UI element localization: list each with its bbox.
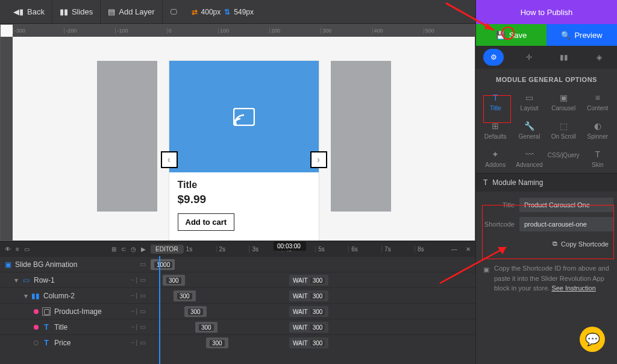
- timeline-row[interactable]: ▾ ▭ Row-1 →|▭ 300 WAIT300: [0, 272, 475, 287]
- slides-label: Slides: [72, 7, 93, 16]
- lock-icon[interactable]: ▭: [140, 339, 146, 347]
- ruler-mark: 400: [372, 28, 424, 34]
- eye-icon[interactable]: 👁: [5, 246, 11, 253]
- help-icon-small: ▣: [483, 265, 489, 275]
- slides-button[interactable]: ▮▮ Slides: [52, 0, 101, 24]
- option-layout[interactable]: ▭Layout: [512, 88, 546, 116]
- clock-icon[interactable]: ◷: [131, 246, 136, 253]
- lock-icon[interactable]: ▭: [140, 292, 146, 300]
- lock-icon[interactable]: ▭: [140, 323, 146, 331]
- visibility-bullet[interactable]: [34, 309, 39, 314]
- annotation-circle-save: [501, 27, 515, 40]
- how-label: How to Publish: [521, 8, 573, 17]
- option-spinner[interactable]: ◐Spinner: [581, 116, 615, 145]
- timeline-panel: 👁 ≡ ▭ ⊞ ⊂ ◷ ▶ EDITOR 1s 2s 3s 4s 5s 6s 7…: [0, 241, 475, 364]
- arrow-icon[interactable]: →|: [129, 292, 137, 300]
- anim-wait-chip[interactable]: WAIT300: [289, 275, 328, 286]
- anim-wait-chip[interactable]: WAIT300: [289, 322, 328, 333]
- help-text: ▣ Copy the Shortcode ID from above and p…: [476, 257, 617, 300]
- list-icon[interactable]: ≡: [16, 246, 19, 253]
- option-icon: ✦: [492, 149, 499, 159]
- how-to-publish-button[interactable]: How to Publish: [476, 0, 617, 24]
- slide-content: Title $9.99 Add to cart: [169, 172, 319, 240]
- magnet-icon[interactable]: ⊂: [121, 246, 126, 253]
- close-timeline-icon[interactable]: ✕: [461, 246, 475, 253]
- tab-settings[interactable]: ⚙: [483, 49, 504, 66]
- arrow-icon[interactable]: →|: [129, 339, 137, 347]
- module-naming-header[interactable]: T Module Naming: [476, 173, 617, 192]
- option-skin[interactable]: TSkin: [581, 145, 615, 173]
- tab-navigation[interactable]: ✢: [519, 49, 539, 66]
- anim-wait-chip[interactable]: WAIT300: [289, 306, 328, 317]
- visibility-bullet[interactable]: [34, 340, 39, 345]
- copy-icon[interactable]: ▭: [140, 260, 146, 268]
- add-layer-label: Add Layer: [119, 7, 154, 16]
- add-layer-button[interactable]: ▤ Add Layer: [101, 0, 162, 24]
- option-onscroll[interactable]: ⬚On Scroll: [547, 116, 581, 145]
- tab-layers[interactable]: ◈: [589, 49, 610, 66]
- image-layer-icon: ▢: [42, 307, 51, 316]
- anim-in-chip[interactable]: 300: [206, 337, 228, 348]
- arrow-icon[interactable]: →|: [129, 276, 137, 284]
- see-instruction-link[interactable]: See Instruction: [551, 284, 595, 292]
- ruler-horizontal: -300 -200 -100 0 100 200 300 400 500: [13, 25, 475, 37]
- carousel-prev-button[interactable]: ‹: [161, 151, 178, 168]
- grid-icon[interactable]: ⊞: [111, 246, 116, 253]
- option-cssjquery[interactable]: CSS/jQuery: [547, 145, 581, 173]
- anim-chip[interactable]: 1000: [151, 259, 175, 270]
- anim-wait-chip[interactable]: WAIT300: [289, 337, 328, 348]
- row-label: Slide BG Animation: [15, 260, 77, 269]
- lock-icon[interactable]: ▭: [140, 307, 146, 315]
- anim-wait-chip[interactable]: WAIT300: [289, 290, 328, 301]
- minimize-icon[interactable]: —: [448, 246, 461, 253]
- play-button[interactable]: ▶: [141, 246, 146, 253]
- timeline-row[interactable]: ▢ Product-Image →|▭ 300 WAIT300: [0, 303, 475, 319]
- timeline-row[interactable]: T Price →|▭ 300 WAIT300: [0, 334, 475, 350]
- folder-icon[interactable]: ▭: [24, 246, 30, 253]
- row-icon: ▭: [22, 276, 30, 284]
- tab-slides[interactable]: ▮▮: [554, 49, 574, 66]
- right-panel: How to Publish 💾 Save 🔍 Preview ⚙ ✢ ▮▮ ◈…: [475, 0, 617, 364]
- annotation-box-naming: [482, 205, 614, 259]
- option-content[interactable]: ≡Content: [581, 88, 615, 116]
- option-addons[interactable]: ✦Addons: [478, 145, 512, 173]
- add-to-cart-button[interactable]: Add to cart: [178, 213, 235, 231]
- height-value[interactable]: 549px: [234, 8, 254, 16]
- editor-mode-tag[interactable]: EDITOR: [151, 245, 183, 254]
- anim-in-chip[interactable]: 300: [184, 306, 207, 317]
- playhead-time[interactable]: 00:03:00: [274, 242, 306, 251]
- playhead-line[interactable]: [159, 256, 160, 364]
- device-desktop-button[interactable]: 🖵: [163, 0, 184, 24]
- arrow-icon[interactable]: →|: [129, 323, 137, 331]
- chevron-down-icon[interactable]: ▾: [24, 292, 28, 300]
- anim-in-chip[interactable]: 300: [195, 322, 218, 333]
- current-slide[interactable]: Title $9.99 Add to cart ‹ ›: [169, 61, 319, 240]
- product-price[interactable]: $9.99: [178, 193, 310, 206]
- chevron-down-icon[interactable]: ▾: [14, 276, 18, 284]
- time-mark: 6s: [348, 246, 381, 253]
- option-icon: ⬚: [560, 121, 568, 131]
- chat-fab[interactable]: 💬: [580, 327, 605, 352]
- product-image-placeholder[interactable]: [169, 61, 319, 172]
- timeline-row[interactable]: ▾ ▮▮ Column-2 →|▭ 300 WAIT300: [0, 287, 475, 303]
- anim-in-chip[interactable]: 300: [163, 275, 185, 286]
- back-label: Back: [27, 7, 45, 16]
- option-advanced[interactable]: 〰Advanced: [512, 145, 546, 173]
- anim-in-chip[interactable]: 300: [174, 290, 196, 301]
- width-value[interactable]: 400px: [201, 8, 221, 16]
- option-carousel[interactable]: ▣Carousel: [547, 88, 581, 116]
- back-button[interactable]: ◀▮ Back: [6, 0, 52, 24]
- section-title: MODULE GENERAL OPTIONS: [476, 69, 617, 88]
- product-title[interactable]: Title: [178, 180, 310, 190]
- carousel-next-button[interactable]: ›: [310, 151, 327, 168]
- time-mark: 1s: [183, 246, 216, 253]
- timeline-row-bg[interactable]: ▣ Slide BG Animation ▭ 1000: [0, 256, 475, 272]
- arrow-icon[interactable]: →|: [129, 307, 137, 315]
- option-general[interactable]: 🔧General: [512, 116, 546, 145]
- ruler-mark: -200: [64, 28, 115, 34]
- lock-icon[interactable]: ▭: [140, 276, 146, 284]
- timeline-row[interactable]: T Title →|▭ 300 WAIT300: [0, 319, 475, 334]
- canvas-body[interactable]: Title $9.99 Add to cart ‹ ›: [13, 37, 475, 240]
- preview-button[interactable]: 🔍 Preview: [547, 24, 617, 46]
- visibility-bullet[interactable]: [34, 325, 39, 330]
